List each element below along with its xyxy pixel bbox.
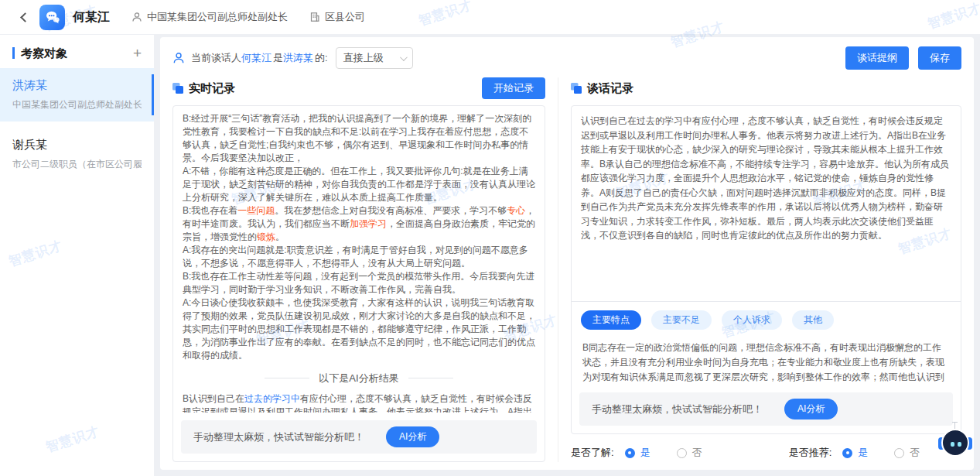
highlighted-text: 专心	[507, 205, 525, 216]
robot-face-icon	[941, 429, 969, 457]
text-segment: B:经过开展“三句话”教育活动，把我的认识提高到了一个新的境界，理解了一次深刻的…	[183, 113, 531, 163]
radio-option-是[interactable]: 是	[625, 446, 650, 460]
transcript-paragraph: B:经过开展“三句话”教育活动，把我的认识提高到了一个新的境界，理解了一次深刻的…	[183, 112, 535, 165]
robot-antenna-icon	[954, 423, 955, 429]
transcript: B:经过开展“三句话”教育活动，把我的认识提高到了一个新的境界，理解了一次深刻的…	[183, 112, 535, 362]
highlighted-text: 过去的学习中	[244, 393, 300, 404]
top-bar: 何某江 中国某集团公司副总师处副处长 区县公司	[0, 0, 980, 34]
question-label: 是否了解:	[571, 446, 614, 460]
tab-其他[interactable]: 其他	[792, 310, 834, 330]
sidebar-item-谢兵某[interactable]: 谢兵某市公司二级职员（在市区公司履职...	[0, 128, 154, 181]
tab-个人诉求[interactable]: 个人诉求	[722, 310, 782, 330]
target-name-link[interactable]: 洪涛某	[283, 51, 313, 65]
transcript-text-area[interactable]: B:经过开展“三句话”教育活动，把我的认识提高到了一个新的境界，理解了一次深刻的…	[173, 106, 545, 413]
text-segment: 。	[275, 231, 285, 242]
chat-bubbles-icon	[44, 9, 61, 26]
left-ai-bar-text: 手动整理太麻烦，快试试智能分析吧！	[193, 430, 364, 444]
radio-option-否[interactable]: 否	[894, 446, 920, 460]
relation-word: 是	[273, 51, 283, 65]
sidebar-item-name: 洪涛某	[12, 78, 142, 93]
building-icon	[309, 12, 320, 22]
radio-icon[interactable]	[677, 448, 687, 458]
sidebar: 考察对象 + 洪涛某中国某集团公司副总师处副处长谢兵某市公司二级职员（在市区公司…	[0, 35, 154, 476]
questions-row: 是否了解:是否是否推荐:是否	[571, 443, 961, 462]
talk-record-box: 认识到自己在过去的学习中有应付心理，态度不够认真，缺乏自觉性，有时候会违反规定迟…	[571, 105, 961, 434]
radio-option-label: 是	[858, 446, 868, 460]
sidebar-item-name: 谢兵某	[12, 138, 142, 152]
text-segment: B:我也存在工作主动性差等问题，没有起到一个党员的模范带头作用。今后我要向先进典…	[183, 271, 534, 295]
radio-option-是[interactable]: 是	[842, 446, 868, 460]
highlighted-text: 加强学习	[350, 218, 387, 229]
right-ai-bar: 手动整理太麻烦，快试试智能分析吧！ AI分析	[579, 392, 953, 426]
realtime-record-title: 实时记录	[189, 81, 235, 96]
position-badge-label: 中国某集团公司副总师处副处长	[147, 10, 288, 24]
realtime-record-box: B:经过开展“三句话”教育活动，把我的认识提高到了一个新的境界，理解了一次深刻的…	[172, 105, 545, 462]
radio-icon[interactable]	[842, 448, 852, 458]
start-record-button[interactable]: 开始记录	[482, 77, 545, 99]
page-title: 何某江	[73, 9, 110, 26]
transcript-paragraph: B:我也存在工作主动性差等问题，没有起到一个党员的模范带头作用。今后我要向先进典…	[183, 270, 535, 296]
add-target-button[interactable]: +	[133, 48, 142, 59]
text-segment: A:不错，你能有这种态度是正确的。但在工作上，我又要批评你几句:就是在业务上满足…	[183, 166, 535, 203]
radio-icon[interactable]	[625, 448, 635, 458]
org-badge-label: 区县公司	[325, 10, 365, 24]
talk-record-title: 谈话记录	[587, 81, 633, 96]
radio-option-label: 是	[640, 446, 650, 460]
question-group: 是否推荐:是否	[789, 446, 920, 460]
transcript-paragraph: A:我存在的突出问题就是:职责意识差，有时满足于管好自我，对见到的问题不愿意多说…	[183, 244, 535, 270]
back-button[interactable]	[20, 12, 30, 22]
realtime-record-section: 实时记录 开始记录 B:经过开展“三句话”教育活动，把我的认识提高到了一个新的境…	[172, 77, 545, 462]
talk-record-section: 谈话记录 认识到自己在过去的学习中有应付心理，态度不够认真，缺乏自觉性，有时候会…	[558, 77, 961, 462]
transcript-paragraph: B:我也存在着一些问题。我在梦想信念上对自我没有高标准、严要求，学习不够专心，有…	[183, 204, 535, 244]
speaker-prefix-label: 当前谈话人	[191, 51, 241, 65]
target-list: 洪涛某中国某集团公司副总师处副处长谢兵某市公司二级职员（在市区公司履职...	[0, 68, 154, 181]
sidebar-item-desc: 中国某集团公司副总师处副处长	[12, 98, 142, 111]
org-badge: 区县公司	[309, 10, 365, 24]
text-segment: B认识到自己在	[183, 393, 244, 404]
relation-select-value: 直接上级	[343, 51, 384, 65]
right-ai-bar-text: 手动整理太麻烦，快试试智能分析吧！	[592, 402, 763, 416]
question-label: 是否推荐:	[789, 446, 832, 460]
relation-select[interactable]: 直接上级	[336, 47, 413, 69]
talk-outline-button[interactable]: 谈话提纲	[845, 46, 909, 70]
sidebar-item-洪涛某[interactable]: 洪涛某中国某集团公司副总师处副处长	[0, 68, 154, 122]
radio-icon[interactable]	[894, 448, 904, 458]
tab-主要特点[interactable]: 主要特点	[581, 310, 641, 330]
speaker-person-icon	[172, 52, 185, 64]
save-button[interactable]: 保存	[918, 46, 961, 70]
left-ai-bar: 手动整理太麻烦，快试试智能分析吧！ AI分析	[181, 420, 537, 454]
text-segment: 。我在梦想信念上对自我没有高标准、严要求，学习不够	[275, 205, 507, 216]
sidebar-title: 考察对象	[12, 47, 67, 59]
ai-result-divider: 以下是AI分析结果	[183, 372, 535, 385]
text-segment: A:我存在的突出问题就是:职责意识差，有时满足于管好自我，对见到的问题不愿意多说…	[183, 245, 528, 269]
highlighted-text: 锻炼	[257, 231, 275, 242]
right-ai-analyze-button[interactable]: AI分析	[784, 399, 838, 419]
sidebar-item-desc: 市公司二级职员（在市区公司履职...	[12, 158, 142, 171]
ai-analysis-text: B认识到自己在过去的学习中有应付心理，态度不够认真，缺乏自觉性，有时候会违反规定…	[183, 392, 535, 413]
chevron-down-icon	[400, 53, 408, 61]
transcript-paragraph: A:不错，你能有这种态度是正确的。但在工作上，我又要批评你几句:就是在业务上满足…	[183, 165, 535, 204]
person-icon	[131, 12, 142, 22]
question-group: 是否了解:是否	[571, 446, 702, 460]
left-ai-analyze-button[interactable]: AI分析	[386, 426, 439, 447]
text-segment: B:我也存在着	[183, 205, 237, 216]
speaker-name-link[interactable]: 何某江	[241, 51, 271, 65]
text-segment: A:今日谈心使我收获颇丰，也使我深受教育，大家有这样的认识，说明我三句话教育取得…	[183, 297, 535, 361]
toolbar: 当前谈话人 何某江 是 洪涛某 的: 直接上级 谈话提纲 保存	[172, 46, 961, 70]
assistant-robot-button[interactable]	[938, 428, 972, 459]
suffix-label: 的:	[315, 51, 328, 65]
section-icon	[172, 83, 183, 94]
section-icon	[571, 83, 582, 94]
tab-主要不足[interactable]: 主要不足	[651, 310, 712, 330]
tab-content-text[interactable]: B同志存在一定的政治觉悟偏低的问题，理想信念标准不高，有时表现出消极懈怠的工作状…	[572, 334, 961, 385]
transcript-paragraph: A:今日谈心使我收获颇丰，也使我深受教育，大家有这样的认识，说明我三句话教育取得…	[183, 296, 535, 362]
talk-record-text-area[interactable]: 认识到自己在过去的学习中有应付心理，态度不够认真，缺乏自觉性，有时候会违反规定迟…	[572, 106, 961, 301]
radio-option-label: 否	[910, 446, 920, 460]
radio-option-否[interactable]: 否	[677, 446, 702, 460]
radio-option-label: 否	[692, 446, 702, 460]
highlighted-text: 一些问题	[237, 205, 275, 216]
app-logo-icon	[39, 5, 65, 30]
analysis-tabs: 主要特点主要不足个人诉求其他	[572, 301, 961, 334]
position-badge: 中国某集团公司副总师处副处长	[131, 10, 288, 24]
main-panel: 当前谈话人 何某江 是 洪涛某 的: 直接上级 谈话提纲 保存 实时记录 开始记…	[160, 37, 974, 470]
